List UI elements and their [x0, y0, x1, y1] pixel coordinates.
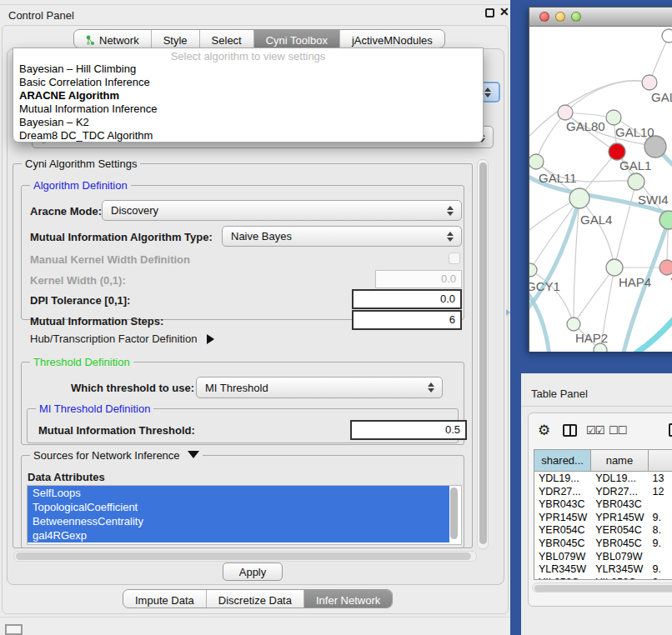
- table-panel-container: ⚙ ☑☑ ☐☐ shared...name YDL19...YDL19...13…: [528, 412, 672, 607]
- table-hscrollbar[interactable]: [532, 582, 672, 592]
- mi-steps-label: Mutual Information Steps:: [30, 315, 163, 328]
- tab-select[interactable]: Select: [200, 30, 254, 48]
- tab-cyni-toolbox[interactable]: Cyni Toolbox: [254, 30, 340, 48]
- table-cell: YIL052C: [591, 576, 648, 580]
- node-attribute-table[interactable]: shared...name YDL19...YDL19...13YDR27...…: [534, 449, 672, 580]
- column-header[interactable]: shared...: [534, 450, 591, 471]
- tab-impute-data[interactable]: Impute Data: [123, 590, 207, 608]
- table-panel: Table Panel ⚙ ☑☑ ☐☐ shared...name YDL19.…: [521, 373, 672, 635]
- dropdown-item[interactable]: Bayesian – Hill Climbing: [13, 62, 483, 76]
- tab-label: Discretize Data: [218, 594, 292, 607]
- expand-arrow-icon: [188, 451, 199, 458]
- table-row[interactable]: YPR145WYPR145W9.: [534, 511, 672, 524]
- splitter-grip-icon[interactable]: [506, 309, 510, 316]
- mi-steps-field[interactable]: 6: [352, 310, 462, 330]
- table-row[interactable]: YIL052CYIL052C9: [534, 576, 672, 580]
- mi-threshold-group-title: MI Threshold Definition: [36, 402, 153, 415]
- tab-label: Select: [212, 34, 242, 47]
- network-node[interactable]: [558, 105, 573, 120]
- table-cell: YLR345W: [591, 562, 648, 576]
- table-cell: YDR27...: [534, 485, 591, 498]
- settings-scrollbar[interactable]: [477, 159, 489, 549]
- window-close-icon[interactable]: [539, 12, 549, 22]
- network-node[interactable]: [567, 318, 580, 331]
- aracne-mode-combo[interactable]: Discovery: [102, 200, 462, 221]
- select-all-columns-icon[interactable]: ☑☑: [586, 424, 604, 437]
- table-row[interactable]: YBR043CYBR043C: [534, 498, 672, 511]
- table-cell: YER054C: [534, 523, 591, 537]
- algorithm-dropdown-list: Select algorithm to view settings Bayesi…: [13, 48, 484, 142]
- table-cell: YIL052C: [534, 576, 591, 580]
- manual-kernel-checkbox[interactable]: [449, 252, 460, 264]
- sources-group-title[interactable]: Sources for Network Inference: [30, 449, 203, 462]
- mi-type-combo[interactable]: Naive Bayes: [222, 226, 462, 247]
- network-node[interactable]: [659, 260, 672, 275]
- node-label: GAL80: [566, 119, 605, 133]
- which-threshold-value: MI Threshold: [197, 382, 424, 394]
- hub-definition-toggle[interactable]: Hub/Transcription Factor Definition: [30, 332, 214, 345]
- split-pane-icon[interactable]: [563, 424, 577, 437]
- network-node[interactable]: [609, 143, 625, 160]
- dropdown-item[interactable]: Mutual Information Inference: [13, 102, 483, 116]
- tab-style[interactable]: Style: [152, 30, 200, 48]
- table-row[interactable]: YLR345WYLR345W9.: [534, 562, 672, 576]
- table-cell: YBL079W: [591, 550, 648, 563]
- kernel-width-field[interactable]: 0.0: [375, 270, 462, 288]
- tab-discretize-data[interactable]: Discretize Data: [207, 590, 304, 608]
- dropdown-item[interactable]: Basic Correlation Inference: [13, 76, 483, 89]
- table-row[interactable]: YBR045CYBR045C9.: [534, 537, 672, 550]
- network-node[interactable]: [569, 188, 589, 208]
- network-node[interactable]: [606, 259, 623, 276]
- dropdown-item[interactable]: ARACNE Algorithm: [13, 89, 483, 102]
- which-threshold-combo[interactable]: MI Threshold: [196, 377, 443, 398]
- tab-infer-network[interactable]: Infer Network: [304, 590, 392, 608]
- data-attributes-label: Data Attributes: [28, 471, 105, 483]
- table-row[interactable]: YDR27...YDR27...12: [534, 485, 672, 498]
- network-node[interactable]: [529, 263, 537, 277]
- table-row[interactable]: YDL19...YDL19...13: [534, 472, 672, 485]
- window-zoom-icon[interactable]: [571, 12, 581, 22]
- node-label: GAL: [651, 90, 672, 104]
- mi-threshold-field[interactable]: 0.5: [350, 420, 467, 440]
- window-minimize-icon[interactable]: [555, 12, 565, 22]
- dpi-tolerance-label: DPI Tolerance [0,1]:: [30, 294, 130, 307]
- attribute-list-item[interactable]: TopologicalCoefficient: [28, 500, 449, 514]
- dropdown-item[interactable]: Bayesian – K2: [13, 116, 483, 129]
- network-node[interactable]: [628, 173, 644, 190]
- dpi-tolerance-field[interactable]: 0.0: [352, 289, 462, 309]
- column-header[interactable]: name: [591, 450, 648, 471]
- docked-panel-icon[interactable]: [5, 624, 23, 635]
- table-row[interactable]: YER054CYER054C8.: [534, 523, 672, 537]
- network-node[interactable]: [529, 154, 544, 169]
- attr-list-scrollbar[interactable]: [449, 487, 459, 543]
- gear-icon[interactable]: ⚙: [538, 422, 550, 439]
- column-header[interactable]: [649, 450, 672, 471]
- network-node[interactable]: [606, 110, 621, 125]
- settings-group-title: Cyni Algorithm Settings: [22, 158, 140, 170]
- new-table-icon[interactable]: [669, 423, 672, 437]
- dropdown-item[interactable]: Dream8 DC_TDC Algorithm: [13, 129, 483, 142]
- network-canvas[interactable]: GALGAL80GAL10GAL1GAL11SWI4GAL4HAP4YGCY1H…: [529, 27, 672, 352]
- settings-hscrollbar[interactable]: [13, 551, 477, 562]
- network-node[interactable]: [659, 211, 672, 229]
- table-cell: YDL19...: [591, 472, 648, 485]
- table-row[interactable]: YBL079WYBL079W: [534, 550, 672, 563]
- attribute-list-item[interactable]: gal4RGexp: [28, 528, 449, 542]
- network-node[interactable]: [662, 29, 672, 42]
- network-window-titlebar[interactable]: [529, 8, 672, 27]
- attribute-list-item[interactable]: SelfLoops: [28, 486, 449, 500]
- combo-stepper-icon: [424, 382, 438, 392]
- node-label: GCY1: [529, 279, 560, 293]
- tab-jactivemnodules[interactable]: jActiveMNodules: [340, 30, 444, 48]
- aracne-mode-label: Aracne Mode:: [30, 205, 102, 218]
- network-node[interactable]: [642, 75, 657, 90]
- float-panel-icon[interactable]: [485, 8, 494, 18]
- tab-network[interactable]: Network: [74, 30, 152, 48]
- close-panel-icon[interactable]: ✕: [499, 5, 509, 18]
- deselect-all-columns-icon[interactable]: ☐☐: [609, 424, 626, 437]
- apply-button[interactable]: Apply: [223, 562, 283, 581]
- attribute-list-item[interactable]: BetweennessCentrality: [28, 514, 449, 528]
- mi-type-value: Naive Bayes: [223, 230, 444, 242]
- manual-kernel-label: Manual Kernel Width Definition: [30, 253, 190, 266]
- data-attributes-list[interactable]: SelfLoopsTopologicalCoefficientBetweenne…: [27, 485, 462, 545]
